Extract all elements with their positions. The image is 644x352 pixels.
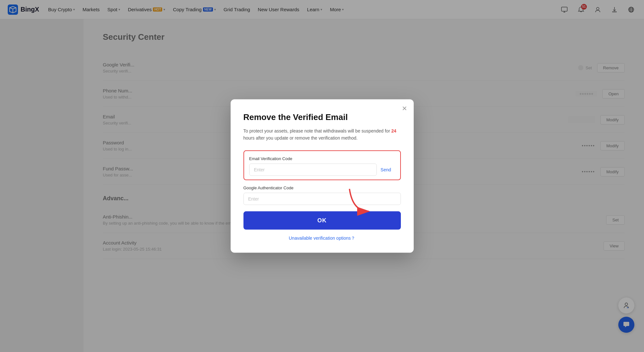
google-auth-section: Google Authenticator Code [243, 185, 401, 211]
modal-close-btn[interactable]: ✕ [402, 105, 407, 111]
google-auth-input[interactable] [243, 193, 401, 205]
modal-desc: To protect your assets, please note that… [243, 127, 401, 142]
email-code-label: Email Verification Code [249, 156, 395, 161]
send-code-btn[interactable]: Send [377, 167, 395, 172]
remove-email-modal: ✕ Remove the Verified Email To protect y… [231, 99, 414, 253]
google-auth-label: Google Authenticator Code [243, 185, 401, 190]
email-verification-box: Email Verification Code Send [243, 150, 401, 180]
email-code-field-row: Send [249, 164, 395, 176]
modal-title: Remove the Verified Email [243, 112, 401, 122]
ok-btn[interactable]: OK [243, 211, 401, 230]
unavail-verification-link[interactable]: Unavailable verification options？ [243, 236, 401, 241]
email-code-input[interactable] [249, 164, 377, 176]
